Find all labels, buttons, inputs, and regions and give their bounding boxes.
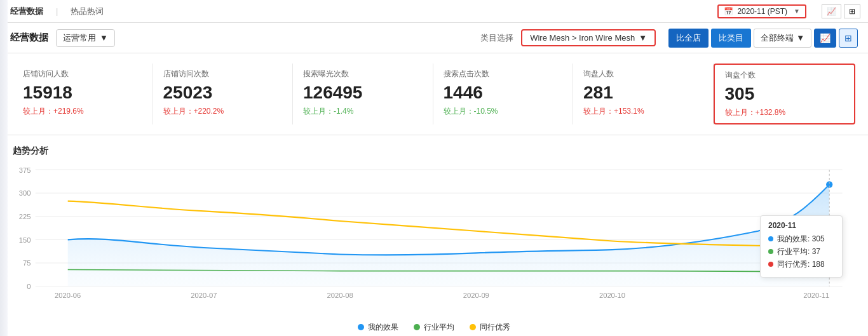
metric-label-0: 店铺访问人数	[23, 69, 142, 79]
tooltip-dot-red	[768, 262, 773, 267]
terminal-selector[interactable]: 全部终端 ▼	[754, 29, 811, 48]
line-chart-btn[interactable]: 📈	[814, 29, 836, 48]
legend-peer: 同行优秀	[470, 322, 510, 333]
operation-dropdown-icon: ▼	[100, 33, 108, 43]
metric-label-2: 搜索曝光次数	[303, 69, 423, 79]
compare-category-btn[interactable]: 比类目	[711, 29, 751, 48]
metric-change-5: 较上月：+132.8%	[725, 107, 844, 118]
legend-dot-blue	[358, 324, 364, 330]
category-dropdown-arrow: ▼	[639, 33, 647, 43]
grid-btn[interactable]: ⊞	[839, 29, 858, 48]
chart-view-btn[interactable]: 📈	[822, 4, 841, 18]
metric-value-3: 1446	[444, 82, 563, 104]
svg-text:75: 75	[23, 259, 31, 267]
metric-value-4: 281	[583, 82, 703, 104]
date-selector[interactable]: 📅 2020-11 (PST) ▼	[717, 4, 806, 18]
svg-text:2020-09: 2020-09	[463, 291, 489, 299]
nav-separator: |	[56, 6, 58, 16]
metric-change-2: 较上月：-1.4%	[303, 106, 423, 117]
tooltip-date: 2020-11	[768, 221, 834, 230]
nav-item-hot[interactable]: 热品热词	[68, 6, 106, 17]
svg-text:0: 0	[27, 282, 31, 290]
calendar-icon: 📅	[724, 7, 733, 16]
compare-store-btn[interactable]: 比全店	[668, 29, 709, 48]
tooltip-peer-label: 同行优秀: 188	[777, 259, 825, 270]
chart-legend: 我的效果 行业平均 同行优秀	[13, 322, 855, 333]
table-view-btn[interactable]: ⊞	[844, 4, 860, 18]
date-value: 2020-11 (PST)	[737, 7, 787, 16]
tooltip-row-avg: 行业平均: 37	[768, 246, 834, 257]
metric-change-1: 较上月：+220.2%	[163, 106, 283, 117]
metric-label-4: 询盘人数	[583, 69, 703, 79]
main-header: 经营数据 运营常用 ▼ 类目选择 Wire Mesh > Iron Wire M…	[0, 23, 868, 53]
top-nav: 经营数据 | 热品热词 📅 2020-11 (PST) ▼ 📈 ⊞	[0, 0, 868, 23]
svg-text:375: 375	[19, 166, 31, 173]
category-label-text: 类目选择	[480, 32, 513, 44]
metric-card-1: 店铺访问次数 25023 较上月：+220.2%	[153, 64, 294, 124]
legend-dot-yellow	[470, 324, 476, 330]
metric-card-4: 询盘人数 281 较上月：+153.1%	[573, 64, 714, 124]
operation-selector[interactable]: 运营常用 ▼	[56, 29, 115, 47]
tooltip-avg-label: 行业平均: 37	[777, 246, 820, 257]
legend-avg: 行业平均	[414, 322, 454, 333]
svg-text:2020-06: 2020-06	[55, 291, 81, 299]
chart-container: 375 300 225 150 75 0 2020-06 2020-07 202…	[13, 165, 855, 317]
svg-text:2020-10: 2020-10	[599, 291, 625, 299]
legend-mine: 我的效果	[358, 322, 398, 333]
action-buttons: 比全店 比类目 全部终端 ▼ 📈 ⊞	[668, 29, 858, 48]
metric-label-3: 搜索点击次数	[444, 69, 563, 79]
chart-section: 趋势分析 375 300 225 150 75 0 2020-06 2020-0…	[0, 135, 868, 336]
metric-label-5: 询盘个数	[725, 70, 844, 81]
metric-label-1: 店铺访问次数	[163, 69, 283, 79]
metric-change-0: 较上月：+219.6%	[23, 106, 142, 117]
legend-peer-label: 同行优秀	[480, 322, 510, 333]
metric-card-2: 搜索曝光次数 126495 较上月：-1.4%	[293, 64, 433, 124]
metric-card-0: 店铺访问人数 15918 较上月：+219.6%	[13, 64, 153, 124]
svg-text:300: 300	[19, 189, 31, 197]
metric-change-3: 较上月：-10.5%	[444, 106, 563, 117]
metric-card-3: 搜索点击次数 1446 较上月：-10.5%	[433, 64, 574, 124]
metrics-row: 店铺访问人数 15918 较上月：+219.6% 店铺访问次数 25023 较上…	[0, 53, 868, 135]
legend-mine-label: 我的效果	[368, 322, 398, 333]
svg-text:2020-08: 2020-08	[327, 291, 353, 299]
metric-value-5: 305	[725, 83, 844, 105]
chart-tooltip: 2020-11 我的效果: 305 行业平均: 37 同行优秀: 188	[760, 215, 843, 278]
svg-text:150: 150	[19, 236, 31, 243]
section-title: 经营数据	[10, 32, 48, 44]
tooltip-row-peer: 同行优秀: 188	[768, 259, 834, 270]
svg-text:225: 225	[19, 212, 31, 220]
trend-chart: 375 300 225 150 75 0 2020-06 2020-07 202…	[13, 165, 855, 304]
tooltip-dot-green	[768, 249, 773, 254]
metric-value-1: 25023	[163, 82, 283, 104]
metric-value-0: 15918	[23, 82, 142, 104]
metric-value-2: 126495	[303, 82, 423, 104]
date-dropdown-arrow: ▼	[794, 8, 800, 15]
tooltip-row-mine: 我的效果: 305	[768, 234, 834, 245]
category-selector[interactable]: Wire Mesh > Iron Wire Mesh ▼	[521, 29, 656, 46]
svg-text:2020-07: 2020-07	[191, 291, 217, 299]
chart-title: 趋势分析	[13, 145, 855, 157]
metric-change-4: 较上月：+153.1%	[583, 106, 703, 117]
tooltip-dot-blue	[768, 236, 773, 241]
terminal-dropdown-arrow: ▼	[796, 33, 804, 43]
nav-item-data[interactable]: 经营数据	[8, 6, 46, 17]
legend-dot-green	[414, 324, 420, 330]
tooltip-mine-label: 我的效果: 305	[777, 234, 825, 245]
view-toggle: 📈 ⊞	[822, 4, 860, 18]
category-value: Wire Mesh > Iron Wire Mesh	[530, 33, 635, 43]
operation-label: 运营常用	[63, 32, 96, 44]
svg-text:2020-11: 2020-11	[803, 291, 829, 299]
legend-avg-label: 行业平均	[424, 322, 454, 333]
metric-card-5: 询盘个数 305 较上月：+132.8%	[714, 64, 856, 124]
